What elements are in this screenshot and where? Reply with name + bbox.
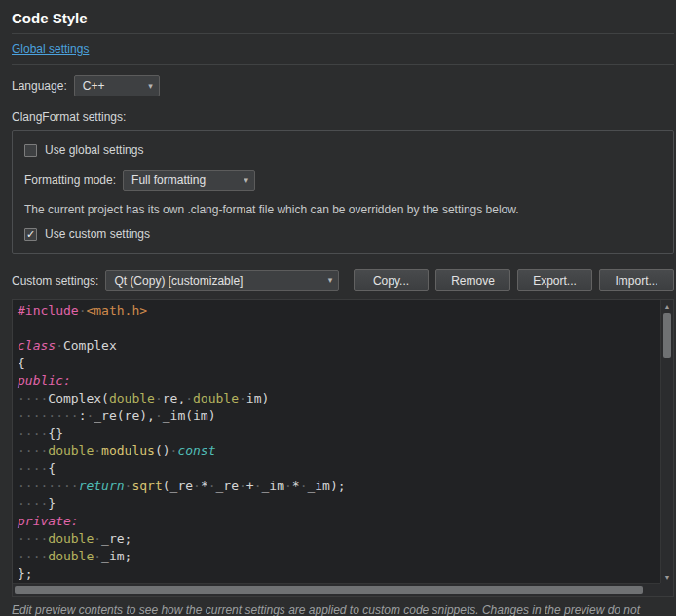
- custom-settings-value: Qt (Copy) [customizable]: [114, 274, 243, 288]
- clang-format-file-note: The current project has its own .clang-f…: [24, 203, 661, 216]
- custom-settings-row: Custom settings: Qt (Copy) [customizable…: [12, 269, 674, 291]
- global-settings-link[interactable]: Global settings: [12, 42, 89, 56]
- custom-settings-dropdown[interactable]: Qt (Copy) [customizable] ▾: [105, 270, 339, 291]
- formatting-mode-row: Formatting mode: Full formatting ▾: [24, 170, 661, 191]
- import-button[interactable]: Import...: [599, 269, 674, 291]
- chevron-down-icon: ▾: [328, 276, 333, 285]
- copy-button[interactable]: Copy...: [354, 269, 429, 291]
- clangformat-groupbox: Use global settings Formatting mode: Ful…: [12, 130, 674, 254]
- clangformat-settings-label: ClangFormat settings:: [12, 110, 674, 124]
- checkbox-checked[interactable]: ✓: [24, 228, 37, 241]
- vertical-scrollbar-track[interactable]: [661, 312, 673, 571]
- scroll-down-icon[interactable]: ▼: [661, 571, 673, 583]
- use-custom-settings-label: Use custom settings: [45, 227, 150, 241]
- use-global-settings-checkbox[interactable]: Use global settings: [24, 143, 661, 157]
- chevron-down-icon: ▾: [148, 82, 153, 91]
- page-title: Code Style: [12, 10, 674, 26]
- use-custom-settings-checkbox[interactable]: ✓ Use custom settings: [24, 227, 661, 241]
- vertical-scrollbar[interactable]: ▲ ▼: [660, 300, 673, 583]
- check-icon: ✓: [26, 229, 35, 240]
- language-dropdown[interactable]: C++ ▾: [74, 75, 160, 96]
- use-global-settings-label: Use global settings: [45, 143, 143, 157]
- code-editor-content[interactable]: #include·<math.h> class·Complex{public:·…: [13, 300, 660, 583]
- scrollbar-corner: [660, 583, 673, 596]
- language-row: Language: C++ ▾: [12, 75, 674, 96]
- formatting-mode-label: Formatting mode:: [24, 173, 116, 187]
- separator: [12, 64, 674, 65]
- horizontal-scrollbar-thumb[interactable]: [15, 586, 643, 594]
- separator: [12, 33, 674, 34]
- code-preview-editor[interactable]: #include·<math.h> class·Complex{public:·…: [12, 299, 674, 597]
- footer-note: Edit preview contents to see how the cur…: [12, 603, 674, 616]
- chevron-down-icon: ▾: [244, 176, 249, 185]
- formatting-mode-value: Full formatting: [131, 173, 206, 187]
- custom-settings-label: Custom settings:: [12, 274, 98, 288]
- formatting-mode-dropdown[interactable]: Full formatting ▾: [123, 170, 255, 191]
- horizontal-scrollbar[interactable]: [13, 583, 660, 596]
- vertical-scrollbar-thumb[interactable]: [663, 313, 671, 358]
- language-dropdown-value: C++: [83, 79, 105, 93]
- code-style-settings-page: Code Style Global settings Language: C++…: [0, 0, 676, 616]
- export-button[interactable]: Export...: [517, 269, 592, 291]
- remove-button[interactable]: Remove: [435, 269, 510, 291]
- language-label: Language:: [12, 79, 67, 93]
- scroll-up-icon[interactable]: ▲: [661, 300, 673, 312]
- checkbox-unchecked[interactable]: [24, 144, 37, 157]
